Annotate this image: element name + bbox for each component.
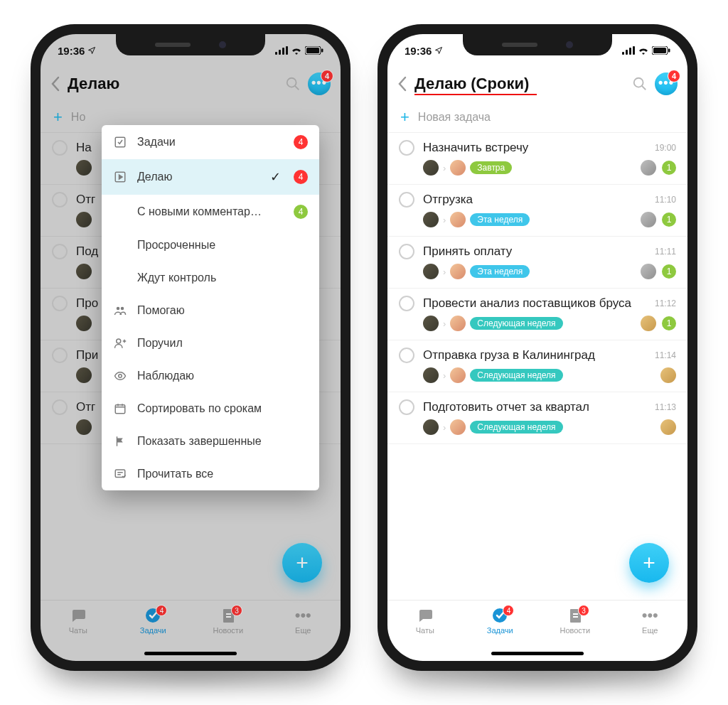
task-row[interactable]: Отгрузка11:10›Эта неделя1 [387,185,687,237]
back-icon[interactable] [397,76,407,92]
signal-icon [622,46,635,55]
checkbox[interactable] [399,296,414,311]
svg-rect-14 [115,405,125,414]
menu-item[interactable]: Задачи4 [102,125,319,159]
header-menu-button[interactable]: ••• 4 [655,72,678,95]
fab-add[interactable]: + [282,543,322,583]
avatar [450,160,466,176]
due-pill: Следующая неделя [470,369,562,382]
menu-item[interactable]: Сортировать по срокам [102,392,319,425]
task-title: Назначить встречу [423,141,646,155]
svg-rect-17 [622,52,624,55]
svg-rect-0 [275,52,277,55]
page-title: Делаю [68,75,278,93]
chevron-right-icon: › [443,215,446,225]
svg-rect-19 [629,48,631,55]
filter-popup: Задачи4Делаю✓4С новыми комментар…4Просро… [102,125,319,490]
menu-item-label: Делаю [137,171,260,183]
tab-Чаты[interactable]: Чаты [387,606,463,635]
avatar [450,212,466,227]
task-row[interactable]: Провести анализ поставщиков бруса11:12›С… [387,289,687,340]
back-icon[interactable] [50,76,60,92]
count-badge: 4 [294,205,308,219]
menu-item[interactable]: Наблюдаю [102,360,319,392]
plus-icon: + [53,109,63,125]
fab-add[interactable]: + [629,543,669,583]
tab-Задачи[interactable]: Задачи4 [463,606,538,635]
avatar [450,419,466,435]
checkbox[interactable] [399,244,414,259]
task-row[interactable]: Подготовить отчет за квартал11:13›Следую… [387,392,687,444]
checkbox[interactable] [399,348,414,363]
checkbox[interactable] [52,399,68,415]
task-time: 11:10 [655,195,676,205]
task-title: Отправка груза в Калининград [423,348,646,362]
chevron-right-icon: › [443,267,446,277]
menu-item[interactable]: С новыми комментар…4 [102,195,319,229]
new-task-label: Но [71,111,85,124]
svg-point-10 [117,307,120,311]
avatar [423,160,439,176]
header-menu-button[interactable]: ••• 4 [308,72,331,95]
search-icon[interactable] [632,76,648,92]
svg-rect-1 [279,50,281,55]
avatar [641,212,656,227]
phone-left: 19:36 Делаю ••• 4 + Но [31,24,350,671]
checkbox[interactable] [399,399,414,415]
menu-item-label: Ждут контроль [137,271,308,284]
menu-item-label: Помогаю [137,304,308,317]
tab-Еще[interactable]: •••Еще [613,606,688,635]
menu-item-label: Просроченные [137,239,308,252]
due-pill: Следующая неделя [470,421,562,434]
menu-item[interactable]: Ждут контроль [102,262,319,294]
avatar [450,367,466,383]
tab-icon [69,606,87,625]
checkbox[interactable] [52,348,68,363]
wifi-icon [638,46,649,55]
avatar [76,212,92,227]
checkbox[interactable] [52,140,68,156]
menu-item[interactable]: Просроченные [102,229,319,262]
avatar [450,264,466,279]
tab-label: Еще [295,626,311,635]
tab-label: Задачи [140,626,166,635]
checkbox[interactable] [399,140,414,156]
chevron-right-icon: › [443,163,446,173]
avatar [76,367,92,383]
checkbox[interactable] [52,244,68,259]
tab-Чаты[interactable]: Чаты [41,606,116,635]
check-icon: ✓ [270,169,281,185]
menu-item[interactable]: Помогаю [102,294,319,327]
tab-Новости[interactable]: Новости3 [191,606,266,635]
due-pill: Эта неделя [470,213,530,226]
task-title: Отгрузка [423,193,646,207]
tab-badge: 4 [503,605,514,616]
tab-Задачи[interactable]: Задачи4 [116,606,191,635]
phone-right: 19:36 Делаю (Сроки) ••• 4 [378,24,697,671]
count-badge: 1 [662,316,676,330]
avatar [641,316,656,331]
tab-label: Чаты [416,626,434,635]
menu-item-label: Наблюдаю [137,370,308,382]
group-icon [113,304,127,317]
menu-item[interactable]: Делаю✓4 [102,159,319,195]
checkbox[interactable] [52,192,68,208]
task-row[interactable]: Назначить встречу19:00›Завтра1 [387,133,687,185]
status-time: 19:36 [58,45,85,57]
location-icon [87,46,96,55]
task-title: Подготовить отчет за квартал [423,400,646,414]
checkbox[interactable] [399,192,414,208]
menu-item[interactable]: Поручил [102,327,319,360]
calendar-icon [113,402,127,415]
new-task-label: Новая задача [418,111,491,124]
menu-item[interactable]: Прочитать все [102,458,319,490]
tab-Новости[interactable]: Новости3 [537,606,613,635]
task-row[interactable]: Принять оплату11:11›Эта неделя1 [387,237,687,289]
tab-Еще[interactable]: •••Еще [266,606,341,635]
menu-item[interactable]: Показать завершенные [102,425,319,458]
checkbox[interactable] [52,296,68,311]
search-icon[interactable] [285,76,301,92]
task-row[interactable]: Отправка груза в Калининград11:14›Следую… [387,340,687,392]
readall-icon [113,468,127,480]
new-task-row[interactable]: + Новая задача [387,102,687,133]
